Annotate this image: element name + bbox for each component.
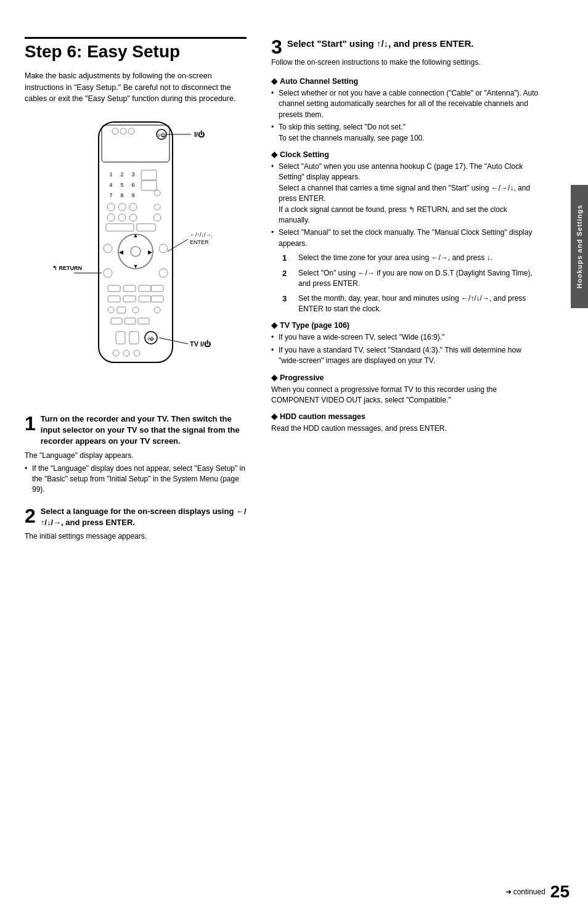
svg-rect-55 — [129, 332, 139, 344]
svg-text:ENTER: ENTER — [190, 239, 209, 245]
clock-substep-2-text: Select "On" using ←/→ if you are now on … — [298, 268, 540, 290]
clock-substep-2-number: 2 — [282, 268, 295, 290]
svg-point-47 — [108, 307, 114, 313]
clock-substep-3: 3 Set the month, day, year, hour and min… — [282, 293, 540, 315]
clock-substep-1-number: 1 — [282, 253, 295, 264]
step-1-bullet-1: If the "Language" display does not appea… — [25, 463, 247, 496]
auto-channel-bullet-1: Select whether or not you have a cable c… — [271, 88, 540, 120]
clock-substep-1: 1 Select the time zone for your area usi… — [282, 253, 540, 264]
left-column: Step 6: Easy Setup Make the basic adjust… — [0, 18, 259, 896]
hdd-intro: Read the HDD caution messages, and press… — [271, 423, 540, 434]
step-3-title: Select "Start" using ↑/↓, and press ENTE… — [287, 37, 540, 50]
svg-point-49 — [133, 307, 139, 313]
page-number: 25 — [550, 882, 570, 902]
clock-substep-3-text: Set the month, day, year, hour and minut… — [298, 293, 540, 315]
svg-point-6 — [128, 128, 134, 134]
svg-text:I/⏻: I/⏻ — [158, 133, 166, 138]
svg-rect-0 — [99, 122, 173, 362]
svg-text:9: 9 — [131, 192, 134, 198]
clock-setting-section: Clock Setting Select "Auto" when you use… — [271, 150, 540, 315]
svg-rect-51 — [111, 318, 122, 324]
svg-text:▼: ▼ — [133, 263, 139, 269]
clock-setting-bullet-2: Select "Manual" to set the clock manuall… — [271, 227, 540, 249]
svg-point-37 — [104, 269, 112, 277]
svg-rect-40 — [123, 285, 136, 292]
svg-text:7: 7 — [109, 192, 112, 198]
step-3-number: 3 — [271, 37, 282, 57]
step-1-block: 1 Turn on the recorder and your TV. Then… — [25, 414, 247, 497]
intro-text: Make the basic adjustments by following … — [25, 70, 247, 105]
clock-setting-header: Clock Setting — [271, 150, 540, 159]
svg-rect-52 — [125, 318, 136, 324]
svg-rect-46 — [151, 296, 163, 302]
progressive-section: Progressive When you connect a progressi… — [271, 373, 540, 406]
title-bar: Step 6: Easy Setup — [25, 37, 247, 62]
svg-text:▶: ▶ — [148, 249, 152, 255]
svg-text:▲: ▲ — [133, 232, 139, 239]
svg-rect-42 — [151, 285, 163, 292]
svg-point-22 — [154, 204, 160, 210]
svg-point-23 — [107, 214, 115, 221]
svg-rect-53 — [138, 318, 149, 324]
svg-point-19 — [107, 203, 115, 211]
svg-rect-54 — [116, 332, 125, 344]
svg-rect-28 — [137, 224, 155, 231]
svg-rect-27 — [106, 224, 134, 231]
svg-text:I/⏻: I/⏻ — [148, 337, 155, 341]
svg-text:6: 6 — [131, 182, 134, 188]
svg-rect-39 — [108, 285, 120, 292]
clock-substep-2: 2 Select "On" using ←/→ if you are now o… — [282, 268, 540, 290]
step-3-body: Follow the on-screen instructions to mak… — [271, 57, 540, 68]
svg-text:1: 1 — [109, 171, 112, 177]
svg-text:2: 2 — [120, 171, 123, 177]
tv-type-header: TV Type (page 106) — [271, 320, 540, 330]
remote-control-image: I/⏻ 1 2 3 4 5 6 7 8 9 — [49, 116, 234, 399]
svg-text:5: 5 — [120, 182, 123, 188]
svg-rect-41 — [139, 285, 151, 292]
svg-text:◀: ◀ — [119, 249, 123, 255]
side-tab: Hookups and Settings — [571, 185, 588, 308]
remote-illustration: I/⏻ 1 2 3 4 5 6 7 8 9 — [37, 116, 247, 401]
svg-point-30 — [131, 247, 141, 256]
svg-text:↰ RETURN: ↰ RETURN — [52, 265, 82, 271]
auto-channel-section: Auto Channel Setting Select whether or n… — [271, 76, 540, 144]
svg-point-38 — [159, 269, 168, 277]
hdd-header: HDD caution messages — [271, 412, 540, 421]
hdd-section: HDD caution messages Read the HDD cautio… — [271, 412, 540, 434]
clock-setting-bullet-1: Select "Auto" when you use antenna hooku… — [271, 161, 540, 226]
auto-channel-header: Auto Channel Setting — [271, 76, 540, 86]
svg-point-4 — [112, 128, 118, 134]
step-2-block: 2 Select a language for the on-screen di… — [25, 506, 247, 544]
svg-point-60 — [134, 350, 140, 356]
svg-line-68 — [159, 338, 188, 344]
svg-point-35 — [104, 244, 112, 253]
continued-label: continued — [505, 887, 545, 896]
svg-point-50 — [154, 307, 160, 313]
svg-point-18 — [154, 190, 160, 196]
svg-point-24 — [118, 214, 126, 221]
svg-rect-45 — [139, 296, 151, 302]
step-1-body-text: The "Language" display appears. — [25, 450, 247, 461]
svg-line-63 — [168, 239, 188, 251]
svg-text:4: 4 — [109, 182, 112, 188]
svg-rect-43 — [108, 296, 120, 302]
svg-point-59 — [123, 350, 129, 356]
svg-text:3: 3 — [131, 171, 134, 177]
tv-type-bullet-2: If you have a standard TV, select "Stand… — [271, 345, 540, 367]
step-3-block: 3 Select "Start" using ↑/↓, and press EN… — [271, 37, 540, 68]
svg-point-21 — [129, 203, 137, 211]
svg-point-5 — [120, 128, 126, 134]
step-1-title: Turn on the recorder and your TV. Then s… — [41, 414, 247, 447]
svg-point-25 — [129, 214, 137, 221]
clock-substep-3-number: 3 — [282, 293, 295, 315]
tv-type-bullet-1: If you have a wide-screen TV, select "Wi… — [271, 332, 540, 343]
svg-rect-10 — [141, 170, 157, 180]
step-2-title: Select a language for the on-screen disp… — [41, 506, 247, 528]
progressive-header: Progressive — [271, 373, 540, 382]
bottom-bar: continued 25 — [505, 882, 570, 902]
right-column: 3 Select "Start" using ↑/↓, and press EN… — [259, 18, 571, 896]
step-2-number: 2 — [25, 506, 36, 526]
svg-rect-44 — [123, 296, 136, 302]
svg-rect-48 — [117, 307, 126, 313]
remote-svg: I/⏻ 1 2 3 4 5 6 7 8 9 — [49, 116, 234, 401]
